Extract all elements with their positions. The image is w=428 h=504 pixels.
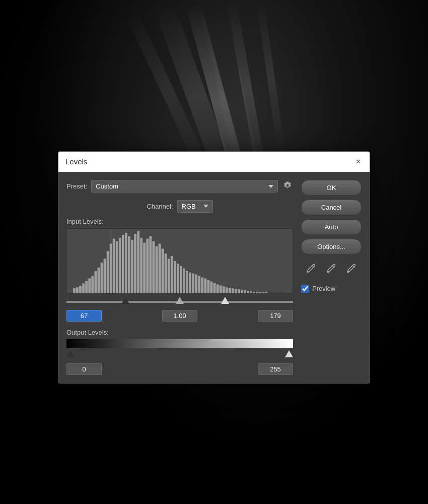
svg-rect-38 [183, 268, 185, 293]
auto-button[interactable]: Auto [301, 219, 362, 235]
svg-rect-59 [247, 291, 249, 293]
svg-rect-56 [238, 289, 240, 293]
svg-rect-64 [262, 292, 264, 293]
midtone-input[interactable] [162, 310, 197, 322]
preset-select[interactable]: Custom Default Increase Contrast 1 Incre… [91, 180, 278, 193]
output-white-handle[interactable] [285, 350, 293, 357]
svg-rect-28 [153, 241, 155, 293]
svg-rect-12 [104, 259, 106, 293]
svg-rect-15 [113, 238, 115, 293]
gear-button[interactable] [282, 180, 293, 193]
svg-rect-48 [213, 283, 216, 293]
output-white-input[interactable] [258, 363, 293, 375]
white-point-input[interactable] [258, 310, 293, 322]
histogram-chart [67, 229, 293, 293]
svg-rect-43 [198, 276, 200, 293]
ok-button[interactable]: OK [301, 180, 362, 196]
eyedropper-row [301, 261, 362, 277]
gray-eyedropper-icon [325, 263, 337, 275]
channel-row: Channel: RGB Red Green Blue [66, 200, 293, 213]
svg-rect-67 [271, 293, 274, 293]
svg-rect-3 [76, 287, 79, 293]
svg-rect-13 [107, 251, 109, 293]
gray-eyedropper-button[interactable] [323, 261, 339, 277]
svg-rect-19 [125, 232, 127, 293]
svg-rect-14 [110, 243, 112, 293]
svg-rect-61 [253, 292, 255, 293]
svg-rect-66 [268, 293, 271, 293]
output-black-handle[interactable] [66, 350, 75, 357]
svg-rect-37 [180, 266, 182, 293]
svg-rect-26 [146, 238, 149, 293]
svg-rect-41 [192, 273, 194, 293]
svg-rect-22 [134, 233, 136, 293]
preview-label: Preview [312, 285, 335, 292]
svg-rect-9 [94, 271, 97, 293]
svg-rect-35 [174, 261, 176, 293]
cancel-button[interactable]: Cancel [301, 200, 362, 215]
histogram-container [66, 228, 293, 294]
svg-rect-70 [280, 293, 283, 293]
svg-rect-62 [256, 292, 258, 293]
input-value-boxes [66, 310, 293, 322]
svg-rect-18 [122, 234, 124, 293]
close-button[interactable]: × [354, 157, 363, 167]
output-gradient [66, 339, 293, 348]
svg-rect-55 [235, 289, 237, 293]
svg-rect-10 [98, 267, 100, 293]
svg-rect-32 [165, 254, 167, 293]
svg-rect-20 [128, 236, 130, 293]
output-black-input[interactable] [66, 363, 102, 375]
svg-rect-25 [143, 242, 146, 293]
midtone-handle[interactable] [176, 297, 184, 304]
svg-rect-16 [116, 241, 118, 293]
output-slider-area [66, 350, 293, 360]
channel-label: Channel: [147, 203, 173, 210]
svg-rect-36 [177, 263, 179, 293]
svg-rect-21 [131, 239, 133, 293]
left-panel: Preset: Custom Default Increase Contrast… [66, 180, 293, 375]
output-value-boxes [66, 363, 293, 375]
svg-rect-24 [140, 237, 142, 293]
preview-row: Preview [301, 285, 362, 293]
svg-rect-6 [85, 281, 88, 293]
black-point-handle[interactable] [121, 297, 129, 304]
black-point-input[interactable] [66, 310, 102, 322]
svg-rect-30 [159, 243, 161, 293]
svg-point-72 [307, 271, 309, 273]
svg-point-74 [327, 271, 329, 273]
svg-rect-49 [217, 284, 219, 293]
white-point-handle[interactable] [221, 297, 229, 304]
svg-rect-71 [283, 293, 286, 293]
svg-rect-17 [119, 237, 121, 293]
right-panel: OK Cancel Auto Options... [301, 180, 362, 375]
preview-checkbox[interactable] [301, 285, 309, 293]
svg-rect-7 [88, 278, 91, 293]
preset-row: Preset: Custom Default Increase Contrast… [66, 180, 293, 193]
svg-rect-60 [250, 291, 252, 293]
channel-select[interactable]: RGB Red Green Blue [177, 200, 213, 213]
svg-rect-42 [195, 274, 197, 293]
dialog-body: Preset: Custom Default Increase Contrast… [58, 172, 370, 383]
gear-icon [283, 181, 292, 190]
options-button[interactable]: Options... [301, 239, 362, 255]
input-slider-area [66, 297, 293, 307]
white-eyedropper-button[interactable] [343, 261, 360, 277]
svg-rect-65 [265, 292, 268, 293]
svg-rect-5 [82, 283, 85, 293]
black-eyedropper-button[interactable] [303, 261, 319, 277]
svg-rect-39 [186, 271, 188, 293]
svg-rect-40 [189, 272, 191, 293]
svg-rect-33 [168, 259, 170, 293]
svg-rect-63 [259, 292, 261, 293]
svg-rect-69 [277, 293, 280, 293]
dialog-title: Levels [65, 157, 87, 166]
svg-rect-45 [204, 278, 206, 293]
svg-rect-29 [156, 246, 158, 293]
preset-label: Preset: [66, 182, 87, 190]
svg-rect-44 [201, 277, 203, 293]
svg-rect-27 [149, 236, 152, 293]
svg-rect-34 [171, 256, 173, 293]
dialog-titlebar: Levels × [58, 152, 370, 172]
svg-rect-31 [162, 248, 164, 293]
